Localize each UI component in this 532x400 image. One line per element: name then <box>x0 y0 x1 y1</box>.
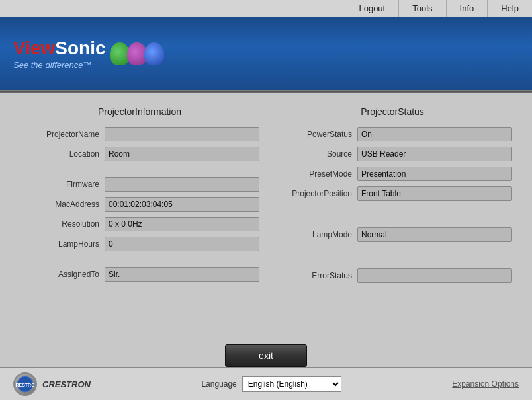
firmware-row: Firmware <box>20 177 259 192</box>
bird-blue-icon <box>144 42 164 65</box>
lamp-mode-row: LampMode <box>273 227 512 242</box>
mac-address-label: MacAddress <box>20 200 99 209</box>
error-status-label: ErrorStatus <box>273 271 352 280</box>
power-status-row: PowerStatus <box>273 127 512 141</box>
preset-mode-row: PresetMode <box>273 167 512 181</box>
mac-address-row: MacAddress <box>20 197 259 212</box>
info-button[interactable]: Info <box>446 0 488 17</box>
power-status-input[interactable] <box>357 127 512 141</box>
lamp-hours-row: LampHours <box>20 237 259 251</box>
logo-subtitle: See the difference™ <box>13 60 106 70</box>
lamp-mode-input[interactable] <box>357 227 512 242</box>
main-content: ProjectorInformation ProjectorName Locat… <box>0 93 532 331</box>
preset-mode-input[interactable] <box>357 167 512 181</box>
logo-sonic: Sonic <box>55 38 105 58</box>
assigned-to-row: AssignedTo <box>20 267 259 282</box>
firmware-input[interactable] <box>105 177 259 192</box>
location-row: Location <box>20 147 259 161</box>
logout-button[interactable]: Logout <box>345 0 398 17</box>
crestron-logo: CRESTRON CRESTRON <box>13 372 91 396</box>
tools-button[interactable]: Tools <box>398 0 445 17</box>
language-section: Language English (English) <box>201 376 341 392</box>
svg-text:CRESTRON: CRESTRON <box>16 383 34 387</box>
projector-name-input[interactable] <box>105 127 259 141</box>
lamp-hours-input[interactable] <box>105 237 259 251</box>
language-select[interactable]: English (English) <box>242 376 341 392</box>
mac-address-input[interactable] <box>105 197 259 212</box>
logo-birds <box>112 42 164 65</box>
location-input[interactable] <box>105 147 259 161</box>
firmware-label: Firmware <box>20 180 99 189</box>
source-row: Source <box>273 147 512 161</box>
power-status-label: PowerStatus <box>273 130 352 139</box>
error-status-input[interactable] <box>357 268 512 283</box>
logo-text: ViewSonic <box>13 38 106 59</box>
projector-info-title: ProjectorInformation <box>20 106 259 117</box>
help-button[interactable]: Help <box>487 0 532 17</box>
header: ViewSonic See the difference™ <box>0 17 532 90</box>
resolution-row: Resolution <box>20 217 259 231</box>
projector-info-panel: ProjectorInformation ProjectorName Locat… <box>20 106 259 318</box>
projector-status-panel: ProjectorStatus PowerStatus Source Prese… <box>273 106 512 318</box>
projector-name-label: ProjectorName <box>20 130 99 139</box>
logo-view: View <box>13 38 55 58</box>
resolution-input[interactable] <box>105 217 259 231</box>
crestron-icon: CRESTRON <box>13 372 37 396</box>
exit-button[interactable]: exit <box>225 344 307 367</box>
assigned-to-input[interactable] <box>105 267 259 282</box>
projector-name-row: ProjectorName <box>20 127 259 141</box>
preset-mode-label: PresetMode <box>273 169 352 179</box>
location-label: Location <box>20 149 99 159</box>
source-label: Source <box>273 149 352 159</box>
assigned-to-label: AssignedTo <box>20 270 99 279</box>
language-label: Language <box>201 380 236 389</box>
error-status-row: ErrorStatus <box>273 268 512 283</box>
source-input[interactable] <box>357 147 512 161</box>
projector-position-input[interactable] <box>357 186 512 201</box>
projector-status-title: ProjectorStatus <box>273 106 512 117</box>
crestron-label: CRESTRON <box>42 380 91 389</box>
bottom-bar: CRESTRON CRESTRON Language English (Engl… <box>0 367 532 400</box>
resolution-label: Resolution <box>20 220 99 229</box>
logo-area: ViewSonic See the difference™ <box>13 38 106 70</box>
projector-position-row: ProjectorPosition <box>273 186 512 201</box>
top-nav: Logout Tools Info Help <box>0 0 532 17</box>
lamp-mode-label: LampMode <box>273 230 352 239</box>
projector-position-label: ProjectorPosition <box>273 189 352 198</box>
exit-section: exit <box>0 344 532 367</box>
expansion-options-link[interactable]: Expansion Options <box>452 380 519 389</box>
lamp-hours-label: LampHours <box>20 239 99 249</box>
